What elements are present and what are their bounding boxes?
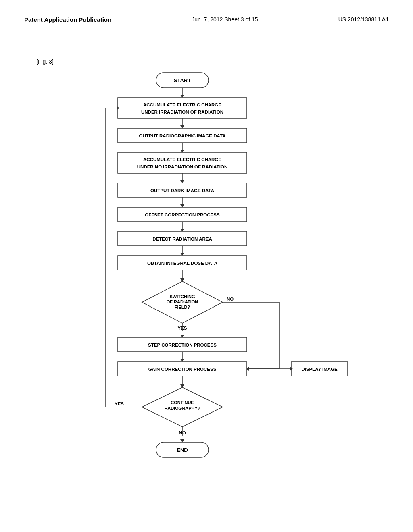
step9-label: STEP CORRECTION PROCESS [148,343,217,347]
svg-marker-22 [180,253,184,256]
svg-rect-3 [118,98,247,118]
figure-label: [Fig. 3] [36,58,54,65]
no-label-step8: NO [227,297,234,301]
step7-label: OBTAIN INTEGRAL DOSE DATA [147,261,217,266]
svg-marker-2 [180,95,184,98]
svg-marker-25 [180,278,184,281]
step5-label: OFFSET CORRECTION PROCESS [145,212,220,217]
end-label: END [177,447,188,453]
step3-label: ACCUMULATE ELECTRIC CHARGE [143,157,221,162]
svg-text:UNDER IRRADIATION OF RADIATION: UNDER IRRADIATION OF RADIATION [141,110,223,114]
start-label: START [174,77,191,83]
publication-number: US 2012/138811 A1 [338,16,389,23]
publication-date-sheet: Jun. 7, 2012 Sheet 3 of 15 [192,16,258,23]
svg-text:UNDER NO IRRADIATION OF RADIAT: UNDER NO IRRADIATION OF RADIATION [137,164,227,169]
svg-rect-10 [118,152,247,173]
svg-marker-51 [180,439,184,442]
svg-marker-30 [180,335,184,337]
publication-title: Patent Application Publication [24,16,111,23]
step1-label: ACCUMULATE ELECTRIC CHARGE [143,102,221,107]
svg-marker-13 [180,180,184,183]
svg-marker-6 [180,125,184,128]
svg-marker-43 [180,384,184,387]
display-image-label: DISPLAY IMAGE [301,367,338,372]
svg-marker-16 [180,204,184,207]
step8-label: SWITCHING [170,294,195,299]
step4-label: OUTPUT DARK IMAGE DATA [150,188,214,193]
svg-text:RADIOGRAPHY?: RADIOGRAPHY? [164,406,200,411]
svg-marker-9 [180,150,184,152]
svg-marker-33 [180,359,184,362]
step6-label: DETECT RADIATION AREA [152,237,212,241]
svg-text:OF RADIATION: OF RADIATION [167,299,198,304]
yes-label-step11: YES [115,401,124,406]
svg-text:FIELD?: FIELD? [175,305,190,310]
page-header: Patent Application Publication Jun. 7, 2… [0,0,413,31]
step11-label: CONTINUE [171,400,194,405]
svg-marker-19 [180,229,184,231]
step10-label: GAIN CORRECTION PROCESS [148,367,217,372]
flowchart-diagram: START ACCUMULATE ELECTRIC CHARGE UNDER I… [53,69,360,504]
step2-label: OUTPUT RADIOGRAPHIC IMAGE DATA [139,133,226,138]
